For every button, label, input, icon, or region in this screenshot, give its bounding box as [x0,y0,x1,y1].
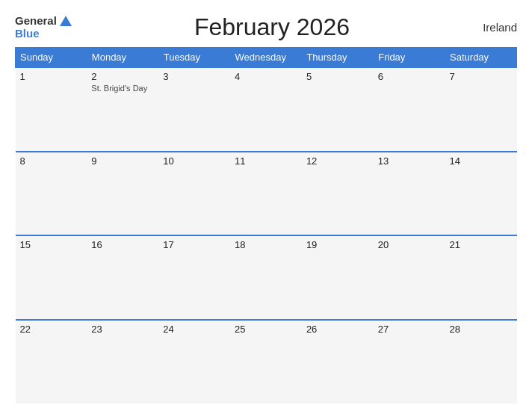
day-number: 14 [450,155,513,167]
day-number: 16 [91,239,154,250]
calendar-cell: 12 [302,152,374,236]
day-number: 12 [306,155,369,167]
day-number: 19 [306,239,369,250]
day-number: 6 [378,71,441,82]
col-tuesday: Tuesday [158,48,230,68]
day-number: 18 [235,239,297,250]
logo-triangle-icon [60,16,72,26]
col-sunday: Sunday [16,48,87,68]
day-number: 1 [20,71,83,82]
event-label: St. Brigid's Day [91,84,154,93]
day-number: 11 [235,155,297,167]
calendar-cell: 26 [302,320,374,404]
logo: General Blue [15,15,72,40]
calendar-cell: 24 [158,320,230,404]
day-number: 17 [163,239,226,250]
calendar-cell: 10 [158,152,230,236]
calendar-cell: 2St. Brigid's Day [87,67,158,152]
day-number: 9 [91,155,154,167]
day-number: 24 [163,324,226,335]
calendar-cell: 4 [230,67,302,152]
day-number: 20 [378,239,441,250]
calendar-week-1: 12St. Brigid's Day34567 [16,67,517,152]
calendar-cell: 7 [445,67,517,152]
logo-blue-text: Blue [15,28,40,40]
day-number: 7 [450,71,513,82]
col-monday: Monday [87,48,158,68]
day-number: 2 [91,71,154,82]
calendar-cell: 27 [374,320,445,404]
calendar-cell: 18 [230,235,302,320]
calendar-cell: 28 [445,320,517,404]
calendar-cell: 9 [87,152,158,236]
logo-general-text: General [15,15,57,28]
calendar-cell: 17 [158,235,230,320]
day-number: 22 [20,324,83,335]
day-number: 26 [306,324,369,335]
day-number: 3 [163,71,226,82]
calendar-cell: 5 [302,67,374,152]
col-thursday: Thursday [302,48,374,68]
calendar-cell: 14 [445,152,517,236]
calendar-cell: 3 [158,67,230,152]
calendar-cell: 6 [374,67,445,152]
calendar-table: Sunday Monday Tuesday Wednesday Thursday… [15,47,517,404]
calendar-cell: 16 [87,235,158,320]
calendar-header-row: Sunday Monday Tuesday Wednesday Thursday… [16,48,517,68]
calendar-body: 12St. Brigid's Day3456789101112131415161… [16,67,517,404]
day-number: 5 [306,71,369,82]
calendar-week-4: 22232425262728 [16,320,517,404]
calendar-cell: 25 [230,320,302,404]
day-number: 27 [378,324,441,335]
calendar-header: General Blue February 2026 Ireland [15,13,517,41]
day-number: 25 [235,324,297,335]
calendar-cell: 8 [16,152,87,236]
calendar-cell: 13 [374,152,445,236]
col-friday: Friday [374,48,445,68]
calendar-page: General Blue February 2026 Ireland Sunda… [0,0,532,411]
calendar-cell: 1 [16,67,87,152]
calendar-cell: 11 [230,152,302,236]
calendar-week-3: 15161718192021 [16,235,517,320]
day-number: 21 [450,239,513,250]
calendar-cell: 19 [302,235,374,320]
day-number: 8 [20,155,83,167]
day-number: 23 [91,324,154,335]
day-number: 28 [450,324,513,335]
col-wednesday: Wednesday [230,48,302,68]
calendar-cell: 20 [374,235,445,320]
calendar-week-2: 891011121314 [16,152,517,236]
col-saturday: Saturday [445,48,517,68]
calendar-cell: 22 [16,320,87,404]
day-number: 15 [20,239,83,250]
day-number: 13 [378,155,441,167]
day-number: 10 [163,155,226,167]
calendar-cell: 15 [16,235,87,320]
calendar-cell: 23 [87,320,158,404]
calendar-cell: 21 [445,235,517,320]
country-label: Ireland [472,21,517,34]
calendar-title: February 2026 [72,13,472,41]
day-number: 4 [235,71,297,82]
